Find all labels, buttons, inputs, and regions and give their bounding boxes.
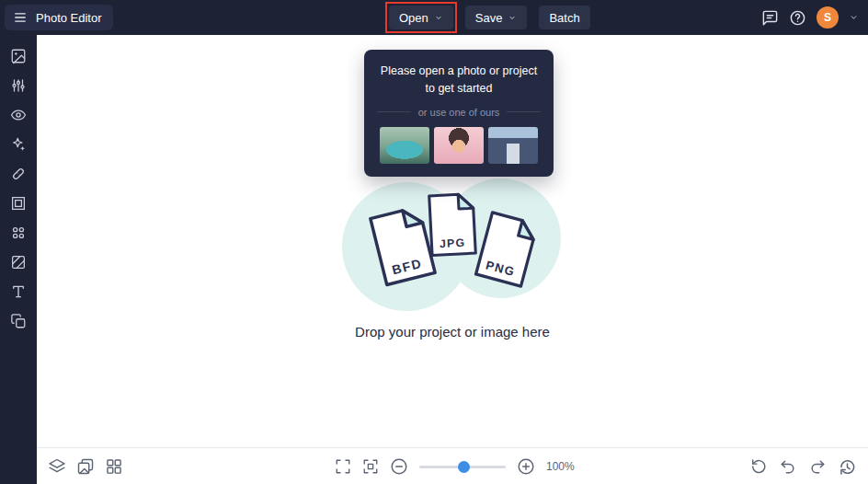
layers-icon[interactable] (48, 457, 66, 476)
save-button[interactable]: Save (465, 6, 528, 29)
drop-zone-illustration: BFD JPG PNG (342, 169, 567, 317)
tools-sidebar (0, 35, 37, 484)
feedback-icon[interactable] (761, 9, 779, 27)
samples-divider: or use one of ours (377, 107, 541, 118)
overlays-icon[interactable] (10, 254, 27, 271)
zoom-in-icon[interactable] (517, 457, 535, 476)
effects-icon[interactable] (10, 136, 27, 153)
sample-thumbnail-canal[interactable] (488, 127, 538, 164)
eye-icon[interactable] (10, 107, 27, 123)
open-hint-popover: Please open a photo or project to get st… (364, 50, 554, 177)
sample-thumbnail-van[interactable] (380, 127, 429, 164)
zoom-level: 100% (546, 460, 576, 473)
batch-button-label: Batch (549, 11, 579, 25)
zoom-slider[interactable] (419, 457, 506, 476)
fit-screen-icon[interactable] (362, 458, 379, 475)
redo-icon[interactable] (808, 457, 827, 476)
bottom-left-tools (48, 448, 123, 484)
sample-thumbnails (373, 127, 544, 164)
text-icon[interactable] (10, 283, 27, 300)
image-icon[interactable] (10, 48, 27, 64)
batch-button[interactable]: Batch (539, 6, 589, 29)
help-icon[interactable] (789, 9, 806, 27)
app-menu[interactable]: Photo Editor (5, 5, 113, 30)
open-hint-message: Please open a photo or project to get st… (379, 63, 539, 98)
account-chevron-down-icon[interactable] (849, 14, 859, 21)
open-button[interactable]: Open (389, 6, 453, 29)
avatar[interactable]: S (817, 6, 839, 29)
undo-icon[interactable] (779, 457, 797, 476)
account-area: S (761, 0, 859, 35)
touchup-icon[interactable] (10, 166, 27, 182)
adjustments-icon[interactable] (10, 77, 27, 94)
sample-thumbnail-portrait[interactable] (434, 127, 484, 164)
top-bar: Photo Editor Open Save Batch S (0, 0, 868, 35)
chevron-down-icon (508, 15, 517, 21)
frames-icon[interactable] (10, 195, 27, 212)
fullscreen-icon[interactable] (335, 458, 351, 475)
drop-zone-text: Drop your project or image here (37, 324, 868, 340)
duplicate-icon[interactable] (10, 313, 27, 329)
app-title: Photo Editor (36, 11, 102, 25)
save-button-label: Save (475, 11, 503, 25)
refresh-icon[interactable] (749, 457, 768, 476)
history-icon[interactable] (838, 457, 857, 477)
file-actions: Open Save Batch (389, 6, 590, 29)
zoom-controls: 100% (335, 448, 576, 484)
history-controls (749, 448, 857, 484)
jpg-label: JPG (440, 236, 466, 250)
avatar-initial: S (824, 11, 831, 24)
graphics-icon[interactable] (10, 225, 27, 241)
open-button-label: Open (399, 11, 428, 25)
chevron-down-icon (434, 15, 443, 21)
jpg-file-icon: JPG (425, 190, 480, 259)
hamburger-icon[interactable] (13, 11, 28, 24)
editor-canvas[interactable]: Please open a photo or project to get st… (37, 35, 868, 447)
bottom-bar: 100% (37, 447, 868, 484)
grid-icon[interactable] (105, 457, 123, 476)
image-manager-icon[interactable] (76, 457, 95, 476)
samples-divider-label: or use one of ours (418, 107, 500, 118)
zoom-slider-handle[interactable] (458, 461, 470, 473)
zoom-out-icon[interactable] (390, 457, 408, 476)
